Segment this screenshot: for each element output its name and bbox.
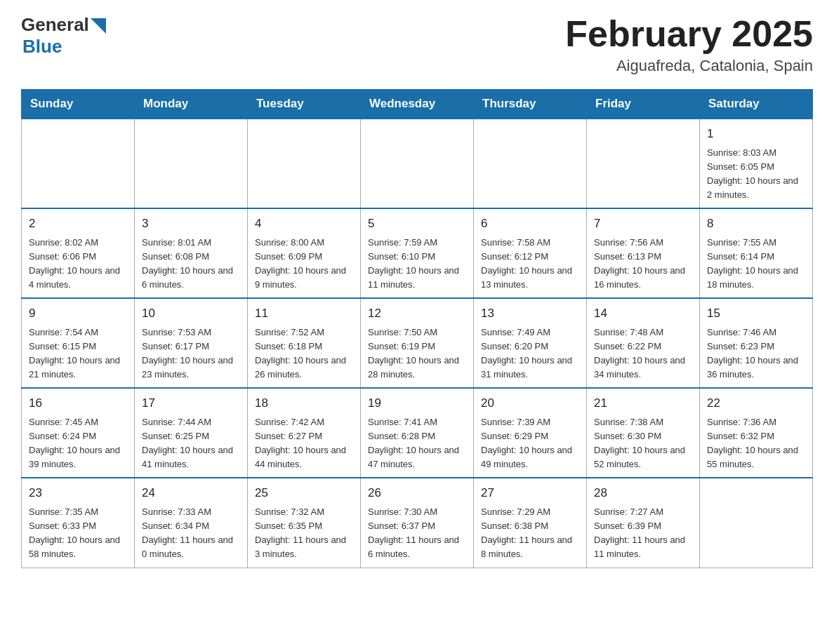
day-number: 4 <box>255 215 353 233</box>
day-info: Sunrise: 7:42 AMSunset: 6:27 PMDaylight:… <box>255 415 353 472</box>
table-row: 18Sunrise: 7:42 AMSunset: 6:27 PMDayligh… <box>248 388 361 478</box>
day-info: Sunrise: 8:01 AMSunset: 6:08 PMDaylight:… <box>142 236 240 293</box>
day-number: 21 <box>594 394 692 412</box>
day-number: 7 <box>594 215 692 233</box>
day-number: 23 <box>29 484 127 502</box>
day-number: 1 <box>707 125 805 143</box>
day-number: 25 <box>255 484 353 502</box>
month-title: February 2025 <box>565 14 813 54</box>
day-number: 26 <box>368 484 466 502</box>
day-info: Sunrise: 7:52 AMSunset: 6:18 PMDaylight:… <box>255 326 353 382</box>
day-info: Sunrise: 8:02 AMSunset: 6:06 PMDaylight:… <box>29 236 127 293</box>
table-row <box>22 119 135 208</box>
table-row: 27Sunrise: 7:29 AMSunset: 6:38 PMDayligh… <box>474 478 587 568</box>
day-number: 11 <box>255 304 353 323</box>
day-number: 2 <box>29 215 127 233</box>
day-number: 3 <box>142 215 240 233</box>
table-row: 26Sunrise: 7:30 AMSunset: 6:37 PMDayligh… <box>361 478 474 568</box>
table-row: 6Sunrise: 7:58 AMSunset: 6:12 PMDaylight… <box>474 208 587 298</box>
day-info: Sunrise: 7:30 AMSunset: 6:37 PMDaylight:… <box>368 505 466 562</box>
table-row <box>135 119 248 208</box>
day-number: 24 <box>142 484 240 502</box>
table-row: 8Sunrise: 7:55 AMSunset: 6:14 PMDaylight… <box>700 208 813 298</box>
logo: General Blue <box>21 14 106 58</box>
logo-arrow-icon <box>91 18 106 34</box>
day-number: 9 <box>29 304 127 323</box>
table-row: 9Sunrise: 7:54 AMSunset: 6:15 PMDaylight… <box>22 298 135 388</box>
table-row: 1Sunrise: 8:03 AMSunset: 6:05 PMDaylight… <box>700 119 813 208</box>
day-info: Sunrise: 7:36 AMSunset: 6:32 PMDaylight:… <box>707 415 805 472</box>
table-row: 3Sunrise: 8:01 AMSunset: 6:08 PMDaylight… <box>135 208 248 298</box>
table-row <box>361 119 474 208</box>
day-info: Sunrise: 7:45 AMSunset: 6:24 PMDaylight:… <box>29 415 127 472</box>
day-number: 12 <box>368 304 466 323</box>
header-sunday: Sunday <box>22 90 135 119</box>
table-row: 13Sunrise: 7:49 AMSunset: 6:20 PMDayligh… <box>474 298 587 388</box>
day-info: Sunrise: 7:33 AMSunset: 6:34 PMDaylight:… <box>142 505 240 562</box>
day-number: 13 <box>481 304 579 323</box>
header-wednesday: Wednesday <box>361 90 474 119</box>
day-number: 15 <box>707 304 805 323</box>
day-number: 22 <box>707 394 805 412</box>
table-row: 21Sunrise: 7:38 AMSunset: 6:30 PMDayligh… <box>587 388 700 478</box>
day-info: Sunrise: 7:41 AMSunset: 6:28 PMDaylight:… <box>368 415 466 472</box>
table-row: 20Sunrise: 7:39 AMSunset: 6:29 PMDayligh… <box>474 388 587 478</box>
table-row: 4Sunrise: 8:00 AMSunset: 6:09 PMDaylight… <box>248 208 361 298</box>
day-info: Sunrise: 7:46 AMSunset: 6:23 PMDaylight:… <box>707 326 805 382</box>
header-monday: Monday <box>135 90 248 119</box>
header-friday: Friday <box>587 90 700 119</box>
table-row: 28Sunrise: 7:27 AMSunset: 6:39 PMDayligh… <box>587 478 700 568</box>
day-number: 6 <box>481 215 579 233</box>
day-number: 16 <box>29 394 127 412</box>
location: Aiguafreda, Catalonia, Spain <box>565 57 813 75</box>
title-block: February 2025 Aiguafreda, Catalonia, Spa… <box>565 14 813 75</box>
day-number: 19 <box>368 394 466 412</box>
logo-general-text: General <box>21 14 89 36</box>
day-info: Sunrise: 8:03 AMSunset: 6:05 PMDaylight:… <box>707 146 805 203</box>
table-row: 16Sunrise: 7:45 AMSunset: 6:24 PMDayligh… <box>22 388 135 478</box>
day-number: 20 <box>481 394 579 412</box>
day-info: Sunrise: 7:49 AMSunset: 6:20 PMDaylight:… <box>481 326 579 382</box>
day-number: 27 <box>481 484 579 502</box>
table-row: 15Sunrise: 7:46 AMSunset: 6:23 PMDayligh… <box>700 298 813 388</box>
day-info: Sunrise: 7:35 AMSunset: 6:33 PMDaylight:… <box>29 505 127 562</box>
day-info: Sunrise: 7:54 AMSunset: 6:15 PMDaylight:… <box>29 326 127 382</box>
table-row: 2Sunrise: 8:02 AMSunset: 6:06 PMDaylight… <box>22 208 135 298</box>
table-row: 24Sunrise: 7:33 AMSunset: 6:34 PMDayligh… <box>135 478 248 568</box>
day-number: 18 <box>255 394 353 412</box>
day-info: Sunrise: 7:58 AMSunset: 6:12 PMDaylight:… <box>481 236 579 293</box>
day-info: Sunrise: 7:32 AMSunset: 6:35 PMDaylight:… <box>255 505 353 562</box>
calendar-week-row: 16Sunrise: 7:45 AMSunset: 6:24 PMDayligh… <box>22 388 813 478</box>
table-row: 22Sunrise: 7:36 AMSunset: 6:32 PMDayligh… <box>700 388 813 478</box>
table-row <box>248 119 361 208</box>
table-row: 14Sunrise: 7:48 AMSunset: 6:22 PMDayligh… <box>587 298 700 388</box>
day-number: 5 <box>368 215 466 233</box>
table-row: 10Sunrise: 7:53 AMSunset: 6:17 PMDayligh… <box>135 298 248 388</box>
table-row: 12Sunrise: 7:50 AMSunset: 6:19 PMDayligh… <box>361 298 474 388</box>
day-info: Sunrise: 7:53 AMSunset: 6:17 PMDaylight:… <box>142 326 240 382</box>
day-number: 28 <box>594 484 692 502</box>
day-info: Sunrise: 7:38 AMSunset: 6:30 PMDaylight:… <box>594 415 692 472</box>
day-info: Sunrise: 7:27 AMSunset: 6:39 PMDaylight:… <box>594 505 692 562</box>
table-row: 7Sunrise: 7:56 AMSunset: 6:13 PMDaylight… <box>587 208 700 298</box>
calendar-week-row: 1Sunrise: 8:03 AMSunset: 6:05 PMDaylight… <box>22 119 813 208</box>
table-row: 25Sunrise: 7:32 AMSunset: 6:35 PMDayligh… <box>248 478 361 568</box>
table-row <box>474 119 587 208</box>
day-number: 17 <box>142 394 240 412</box>
table-row: 23Sunrise: 7:35 AMSunset: 6:33 PMDayligh… <box>22 478 135 568</box>
day-info: Sunrise: 7:48 AMSunset: 6:22 PMDaylight:… <box>594 326 692 382</box>
day-info: Sunrise: 7:56 AMSunset: 6:13 PMDaylight:… <box>594 236 692 293</box>
table-row: 11Sunrise: 7:52 AMSunset: 6:18 PMDayligh… <box>248 298 361 388</box>
day-info: Sunrise: 7:29 AMSunset: 6:38 PMDaylight:… <box>481 505 579 562</box>
table-row: 5Sunrise: 7:59 AMSunset: 6:10 PMDaylight… <box>361 208 474 298</box>
day-info: Sunrise: 7:59 AMSunset: 6:10 PMDaylight:… <box>368 236 466 293</box>
day-info: Sunrise: 7:55 AMSunset: 6:14 PMDaylight:… <box>707 236 805 293</box>
header-tuesday: Tuesday <box>248 90 361 119</box>
day-info: Sunrise: 7:44 AMSunset: 6:25 PMDaylight:… <box>142 415 240 472</box>
table-row <box>700 478 813 568</box>
calendar-header-row: Sunday Monday Tuesday Wednesday Thursday… <box>22 90 813 119</box>
calendar-table: Sunday Monday Tuesday Wednesday Thursday… <box>21 89 813 568</box>
day-number: 14 <box>594 304 692 323</box>
calendar-week-row: 23Sunrise: 7:35 AMSunset: 6:33 PMDayligh… <box>22 478 813 568</box>
day-info: Sunrise: 7:39 AMSunset: 6:29 PMDaylight:… <box>481 415 579 472</box>
